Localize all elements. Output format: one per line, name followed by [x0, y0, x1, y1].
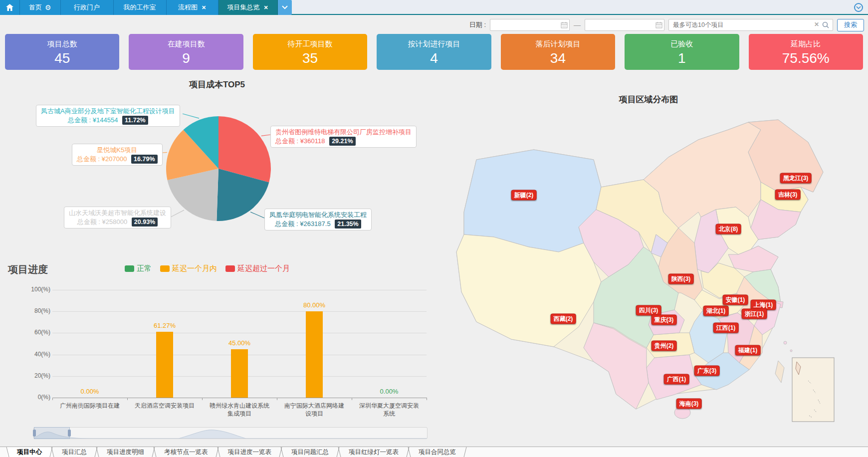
tab-label: 项目集总览	[227, 3, 260, 12]
end-date-field[interactable]	[585, 19, 664, 31]
percent-badge: 11.72%	[122, 116, 148, 125]
close-icon[interactable]: ✕	[264, 4, 268, 11]
bottom-tab-项目进度明细[interactable]: 项目进度明细	[97, 447, 154, 457]
bottom-tab-项目汇总[interactable]: 项目汇总	[52, 447, 97, 457]
kpi-behind-schedule: 落后计划项目 34	[501, 34, 615, 70]
region-count-badge: 浙江(1)	[742, 309, 767, 319]
y-axis-tick-label: 60(%)	[23, 329, 50, 336]
legend-item[interactable]: 延迟一个月内	[160, 264, 217, 273]
china-map-svg	[429, 112, 838, 427]
bar-value-label: 0.00%	[52, 388, 127, 395]
pie-leader-line	[250, 212, 264, 218]
region-count-badge: 安徽(1)	[723, 295, 748, 305]
search-icon[interactable]	[822, 21, 830, 29]
region-count-badge: 重庆(3)	[651, 315, 677, 325]
top-navbar: 首页 ⚙ 行政门户 我的工作室 流程图 ✕ 项目集总览 ✕	[0, 0, 868, 15]
legend-swatch	[125, 265, 134, 272]
gear-icon[interactable]: ⚙	[45, 3, 51, 11]
pie-label-xingyuecheng: 星悦城K5项目 总金额 : ¥207000 16.79%	[72, 144, 163, 166]
kpi-delay-ratio: 延期占比 75.56%	[749, 34, 863, 70]
kpi-on-schedule: 按计划进行项目 4	[377, 34, 491, 70]
tab-admin-portal[interactable]: 行政门户	[61, 0, 114, 15]
datazoom-right-handle[interactable]	[68, 430, 71, 437]
tab-homepage[interactable]: 首页 ⚙	[20, 0, 61, 15]
bottom-tab-项目红绿灯一览表[interactable]: 项目红绿灯一览表	[339, 447, 409, 457]
home-button[interactable]	[0, 0, 20, 15]
tab-flowchart[interactable]: 流程图 ✕	[167, 0, 218, 15]
legend-swatch	[225, 265, 235, 272]
region-count-badge: 新疆(2)	[511, 190, 537, 201]
kpi-value: 34	[501, 50, 615, 66]
bar-chart-legend: 正常延迟一个月内延迟超过一个月	[125, 264, 290, 273]
region-count-badge: 江西(1)	[713, 323, 739, 333]
filter-bar: 日期 : — ✕ 搜索	[469, 18, 864, 32]
pie-leader-line	[171, 210, 184, 217]
pie-label-title: 贵州省图例维特电梯有限公司厂房监控增补项目	[275, 128, 412, 137]
x-axis-category-label: 天启酒店空调安装项目	[127, 402, 202, 410]
x-axis-category-label: 赣州绿水青山建设系统集成项目	[202, 402, 277, 418]
project-multiselect[interactable]: ✕	[668, 19, 833, 31]
tab-list-dropdown-button[interactable]	[278, 0, 292, 15]
gridline	[52, 290, 427, 290]
clear-icon[interactable]: ✕	[814, 21, 819, 28]
x-axis-tick	[52, 398, 53, 400]
bar-value-label: 45.00%	[202, 339, 277, 347]
legend-swatch	[160, 265, 170, 272]
region-count-badge: 四川(3)	[636, 305, 661, 316]
south-china-sea-inset	[792, 358, 834, 422]
datazoom-window[interactable]	[34, 427, 70, 439]
pie-label-guizhou: 贵州省图例维特电梯有限公司厂房监控增补项目 总金额 : ¥360118 29.2…	[270, 126, 417, 148]
kpi-value: 45	[5, 50, 119, 66]
pie-leader-line	[261, 135, 270, 136]
kpi-value: 4	[377, 50, 491, 66]
kpi-label: 在建项目数	[129, 39, 243, 49]
search-button[interactable]: 搜索	[837, 19, 864, 31]
bar-chart-title: 项目进度	[8, 263, 48, 276]
legend-item[interactable]: 正常	[125, 264, 152, 273]
china-region-map: 新疆(2)西藏(2)四川(3)重庆(3)贵州(2)陕西(3)北京(8)黑龙江(3…	[429, 112, 838, 427]
tab-my-studio[interactable]: 我的工作室	[114, 0, 167, 15]
start-date-field[interactable]	[490, 19, 570, 31]
region-count-badge: 吉林(3)	[775, 190, 801, 200]
datazoom-slider[interactable]	[33, 427, 428, 439]
tab-label: 首页	[29, 3, 42, 12]
calendar-icon[interactable]	[561, 21, 568, 28]
calendar-icon[interactable]	[655, 21, 662, 28]
collapse-toggle-button[interactable]	[854, 3, 863, 12]
bottom-tab-项目进度一览表[interactable]: 项目进度一览表	[218, 447, 282, 457]
pie-label-title: 凤古城A商业部分及地下室智能化工程设计项目	[41, 107, 175, 116]
kpi-value: 75.56%	[749, 50, 863, 66]
start-date-input[interactable]	[490, 19, 570, 31]
region-count-badge: 贵州(2)	[651, 341, 677, 351]
chevron-down-icon	[856, 6, 861, 9]
tab-project-overview[interactable]: 项目集总览 ✕	[218, 0, 278, 15]
kpi-label: 按计划进行项目	[377, 39, 491, 49]
datazoom-left-handle[interactable]	[33, 430, 36, 437]
kpi-in-construction: 在建项目数 9	[129, 34, 243, 70]
kpi-total-projects: 项目总数 45	[5, 34, 119, 70]
progress-bar	[306, 311, 323, 398]
legend-label: 正常	[137, 264, 152, 273]
gridline	[52, 333, 427, 333]
close-icon[interactable]: ✕	[202, 4, 206, 11]
progress-bar	[156, 332, 173, 398]
pie-label-title: 星悦城K5项目	[77, 146, 158, 155]
end-date-input[interactable]	[585, 19, 664, 31]
tab-label: 行政门户	[74, 3, 100, 12]
date-range-separator: —	[574, 21, 581, 29]
bottom-tab-项目中心[interactable]: 项目中心	[7, 447, 52, 457]
date-label: 日期 :	[469, 20, 486, 29]
bottom-tab-考核节点一览表[interactable]: 考核节点一览表	[154, 447, 218, 457]
bottom-tab-项目合同总览[interactable]: 项目合同总览	[409, 447, 466, 457]
progress-bar-chart: 0(%)20(%)40(%)60(%)80(%)100(%)0.00%广州南街国…	[23, 290, 429, 430]
region-count-badge: 湖北(1)	[703, 306, 729, 316]
chevron-down-icon	[282, 5, 288, 9]
project-select-input[interactable]	[668, 19, 833, 31]
y-axis-tick-label: 40(%)	[23, 351, 50, 358]
bottom-tab-项目问题汇总[interactable]: 项目问题汇总	[281, 447, 339, 457]
legend-item[interactable]: 延迟超过一个月	[225, 264, 290, 273]
datazoom-sparkline	[34, 428, 427, 439]
y-axis-tick-label: 0(%)	[23, 394, 50, 401]
y-axis-tick-label: 80(%)	[23, 307, 50, 314]
x-axis-tick	[352, 398, 352, 400]
